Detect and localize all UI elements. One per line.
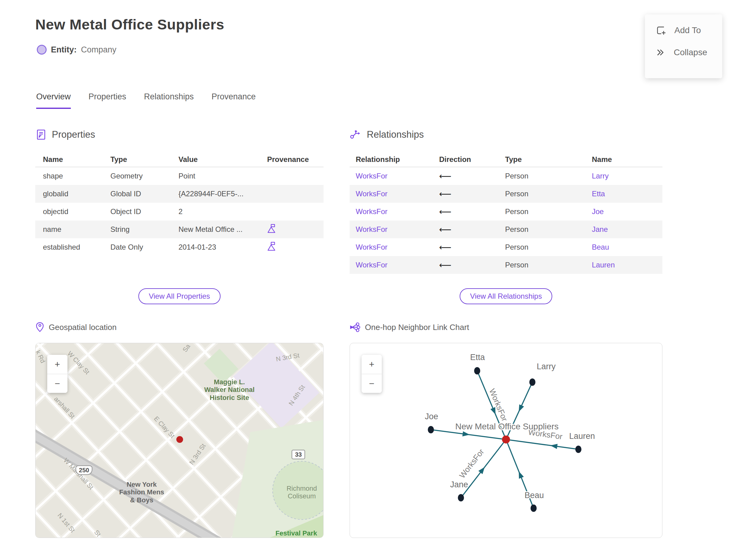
relationship-link[interactable]: WorksFor xyxy=(356,190,388,198)
map[interactable]: k RdW Clay StSaN 3rd StMaggie L.Walker N… xyxy=(35,343,324,538)
map-zoom-in-button[interactable]: + xyxy=(47,355,67,374)
chart-node-label: Etta xyxy=(470,353,485,362)
cell-value: 2014-01-23 xyxy=(171,238,259,256)
relationship-link[interactable]: WorksFor xyxy=(356,207,388,216)
chart-center-node[interactable] xyxy=(502,435,510,443)
cell-type: Person xyxy=(499,238,586,256)
add-to-label: Add To xyxy=(674,25,701,35)
chart-node-lauren[interactable] xyxy=(575,446,581,453)
entity-details-page: New Metal Office Suppliers Entity: Compa… xyxy=(0,0,736,560)
map-zoom-out-button[interactable]: − xyxy=(47,374,67,393)
cell-name: Joe xyxy=(586,203,662,221)
cell-type: String xyxy=(103,221,171,238)
relationship-link[interactable]: WorksFor xyxy=(356,225,388,233)
table-row: establishedDate Only2014-01-23 xyxy=(35,238,324,256)
column-header: Direction xyxy=(433,152,499,167)
direction-arrow-icon: ⟵ xyxy=(439,207,451,217)
link-chart[interactable]: WorksForWorksForWorksForEttaLarryJoeLaur… xyxy=(350,343,662,538)
cell-type: Person xyxy=(499,256,586,274)
chart-node-joe[interactable] xyxy=(428,426,434,433)
edge-arrow-icon xyxy=(490,407,496,414)
cell-direction: ⟵ xyxy=(433,203,499,221)
cell-provenance xyxy=(259,167,324,185)
chart-node-larry[interactable] xyxy=(529,378,535,386)
relationship-link[interactable]: WorksFor xyxy=(356,261,388,269)
chart-zoom-in-button[interactable]: + xyxy=(362,355,382,374)
cell-name: Beau xyxy=(586,238,662,256)
name-link[interactable]: Larry xyxy=(592,172,609,180)
map-zoom-control: + − xyxy=(47,355,67,393)
chart-node-label: Jane xyxy=(450,480,468,489)
cell-type: Person xyxy=(499,185,586,203)
properties-table-header: Name Type Value Provenance xyxy=(35,152,324,167)
column-header: Provenance xyxy=(259,152,324,167)
cell-type: Geometry xyxy=(103,167,171,185)
cell-provenance xyxy=(259,221,324,238)
map-canvas xyxy=(36,343,324,538)
geospatial-section-title: Geospatial location xyxy=(49,323,117,332)
table-row: shapeGeometryPoint xyxy=(35,167,324,185)
cell-value: Point xyxy=(171,167,259,185)
relationships-section-header: Relationships xyxy=(350,129,424,140)
column-header: Relationship xyxy=(350,152,433,167)
chart-node-label: Lauren xyxy=(569,432,595,441)
geospatial-section-header: Geospatial location xyxy=(35,322,117,332)
cell-name: globalid xyxy=(35,185,103,203)
name-link[interactable]: Jane xyxy=(592,225,608,233)
properties-icon xyxy=(35,129,47,140)
provenance-flag-icon[interactable] xyxy=(267,241,276,251)
name-link[interactable]: Joe xyxy=(592,207,604,216)
direction-arrow-icon: ⟵ xyxy=(439,171,451,181)
cell-provenance xyxy=(259,185,324,203)
cell-name: objectid xyxy=(35,203,103,221)
column-header: Name xyxy=(35,152,103,167)
cell-relationship: WorksFor xyxy=(350,256,433,274)
edge-label: WorksFor xyxy=(458,447,486,480)
table-row: WorksFor⟵PersonJoe xyxy=(350,203,662,221)
cell-relationship: WorksFor xyxy=(350,167,433,185)
column-header: Value xyxy=(171,152,259,167)
chart-node-jane[interactable] xyxy=(458,494,464,501)
cell-relationship: WorksFor xyxy=(350,185,433,203)
cell-direction: ⟵ xyxy=(433,185,499,203)
chart-node-label: Beau xyxy=(524,491,544,500)
column-header: Type xyxy=(103,152,171,167)
name-link[interactable]: Beau xyxy=(592,243,609,251)
relationship-link[interactable]: WorksFor xyxy=(356,172,388,180)
chart-zoom-out-button[interactable]: − xyxy=(362,374,382,393)
table-row: WorksFor⟵PersonBeau xyxy=(350,238,662,256)
edge-arrow-icon xyxy=(478,467,485,474)
name-link[interactable]: Etta xyxy=(592,190,605,198)
cell-name: Etta xyxy=(586,185,662,203)
direction-arrow-icon: ⟵ xyxy=(439,260,451,270)
cell-name: Jane xyxy=(586,221,662,238)
cell-direction: ⟵ xyxy=(433,256,499,274)
cell-relationship: WorksFor xyxy=(350,221,433,238)
cell-value: 2 xyxy=(171,203,259,221)
column-header: Type xyxy=(499,152,586,167)
view-all-properties-button[interactable]: View All Properties xyxy=(138,288,220,304)
chart-node-label: Larry xyxy=(537,362,556,371)
cell-value: New Metal Office ... xyxy=(171,221,259,238)
view-all-relationships-button[interactable]: View All Relationships xyxy=(460,288,552,304)
table-row: objectidObject ID2 xyxy=(35,203,324,221)
edge-arrow-icon xyxy=(519,404,524,412)
cell-name: shape xyxy=(35,167,103,185)
cell-name: Lauren xyxy=(586,256,662,274)
cell-relationship: WorksFor xyxy=(350,238,433,256)
provenance-flag-icon[interactable] xyxy=(267,223,276,234)
chart-node-beau[interactable] xyxy=(531,504,537,512)
cell-type: Global ID xyxy=(103,185,171,203)
edge-label: WorksFor xyxy=(488,387,510,423)
chart-node-etta[interactable] xyxy=(474,367,480,374)
direction-arrow-icon: ⟵ xyxy=(439,243,451,252)
cell-type: Person xyxy=(499,203,586,221)
properties-table: Name Type Value Provenance shapeGeometry… xyxy=(35,152,324,256)
chart-zoom-control: + − xyxy=(362,355,382,393)
link-chart-section-title: One-hop Neighbor Link Chart xyxy=(365,323,469,332)
cell-name: Larry xyxy=(586,167,662,185)
relationship-link[interactable]: WorksFor xyxy=(356,243,388,251)
name-link[interactable]: Lauren xyxy=(592,261,615,269)
edge-arrow-icon xyxy=(519,471,524,479)
table-row: globalidGlobal ID{A228944F-0EF5-... xyxy=(35,185,324,203)
